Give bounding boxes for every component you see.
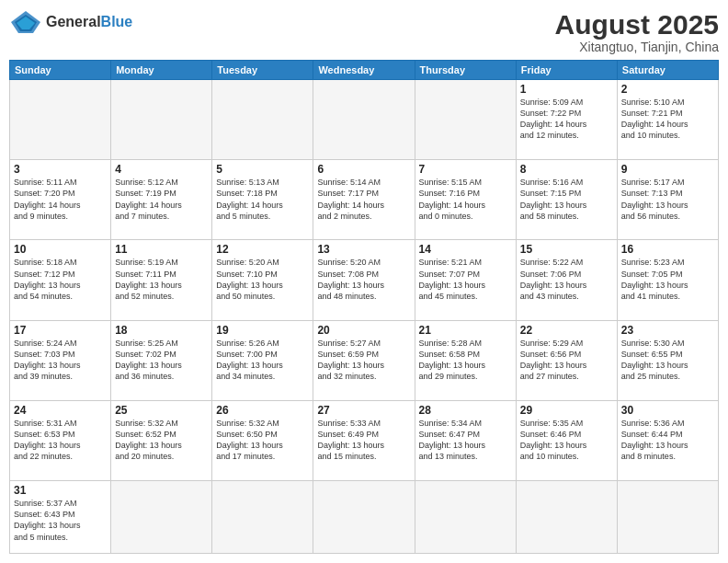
day-number: 30	[621, 404, 714, 417]
day-number: 10	[14, 243, 107, 256]
day-number: 16	[621, 243, 714, 256]
day-info: Sunrise: 5:37 AM Sunset: 6:43 PM Dayligh…	[14, 498, 107, 543]
day-number: 11	[115, 243, 208, 256]
day-number: 12	[216, 243, 309, 256]
header-monday: Monday	[111, 61, 212, 80]
day-number: 4	[115, 163, 208, 176]
day-number: 14	[419, 243, 512, 256]
day-info: Sunrise: 5:34 AM Sunset: 6:47 PM Dayligh…	[419, 418, 512, 463]
calendar-cell: 23Sunrise: 5:30 AM Sunset: 6:55 PM Dayli…	[617, 320, 718, 400]
day-number: 27	[317, 404, 410, 417]
calendar-cell: 4Sunrise: 5:12 AM Sunset: 7:19 PM Daylig…	[111, 160, 212, 240]
day-info: Sunrise: 5:10 AM Sunset: 7:21 PM Dayligh…	[621, 97, 714, 142]
calendar-cell: 22Sunrise: 5:29 AM Sunset: 6:56 PM Dayli…	[516, 320, 617, 400]
day-number: 17	[14, 324, 107, 337]
calendar-cell: 1Sunrise: 5:09 AM Sunset: 7:22 PM Daylig…	[516, 80, 617, 160]
day-info: Sunrise: 5:23 AM Sunset: 7:05 PM Dayligh…	[621, 257, 714, 302]
day-number: 23	[621, 324, 714, 337]
header-friday: Friday	[516, 61, 617, 80]
logo: GeneralBlue	[9, 9, 132, 35]
calendar-cell: 14Sunrise: 5:21 AM Sunset: 7:07 PM Dayli…	[415, 240, 516, 320]
calendar-table: Sunday Monday Tuesday Wednesday Thursday…	[9, 60, 719, 554]
title-section: August 2025 Xitangtuo, Tianjin, China	[555, 9, 719, 54]
day-info: Sunrise: 5:36 AM Sunset: 6:44 PM Dayligh…	[621, 418, 714, 463]
day-info: Sunrise: 5:20 AM Sunset: 7:08 PM Dayligh…	[317, 257, 410, 302]
calendar-cell	[516, 481, 617, 554]
calendar-cell	[313, 481, 415, 554]
day-number: 15	[520, 243, 613, 256]
calendar-cell: 13Sunrise: 5:20 AM Sunset: 7:08 PM Dayli…	[313, 240, 415, 320]
calendar-cell	[617, 481, 718, 554]
day-info: Sunrise: 5:28 AM Sunset: 6:58 PM Dayligh…	[419, 338, 512, 383]
calendar-cell	[10, 80, 111, 160]
calendar-cell: 5Sunrise: 5:13 AM Sunset: 7:18 PM Daylig…	[212, 160, 313, 240]
day-number: 31	[14, 484, 107, 497]
day-number: 25	[115, 404, 208, 417]
day-info: Sunrise: 5:19 AM Sunset: 7:11 PM Dayligh…	[115, 257, 208, 302]
day-info: Sunrise: 5:13 AM Sunset: 7:18 PM Dayligh…	[216, 177, 309, 222]
day-number: 9	[621, 163, 714, 176]
header-thursday: Thursday	[415, 61, 516, 80]
day-info: Sunrise: 5:14 AM Sunset: 7:17 PM Dayligh…	[317, 177, 410, 222]
day-info: Sunrise: 5:35 AM Sunset: 6:46 PM Dayligh…	[520, 418, 613, 463]
day-info: Sunrise: 5:27 AM Sunset: 6:59 PM Dayligh…	[317, 338, 410, 383]
day-number: 6	[317, 163, 410, 176]
day-info: Sunrise: 5:20 AM Sunset: 7:10 PM Dayligh…	[216, 257, 309, 302]
header-wednesday: Wednesday	[313, 61, 415, 80]
day-info: Sunrise: 5:21 AM Sunset: 7:07 PM Dayligh…	[419, 257, 512, 302]
day-info: Sunrise: 5:32 AM Sunset: 6:52 PM Dayligh…	[115, 418, 208, 463]
weekday-header-row: Sunday Monday Tuesday Wednesday Thursday…	[10, 61, 719, 80]
calendar-cell	[415, 80, 516, 160]
day-number: 22	[520, 324, 613, 337]
day-info: Sunrise: 5:22 AM Sunset: 7:06 PM Dayligh…	[520, 257, 613, 302]
header-tuesday: Tuesday	[212, 61, 313, 80]
calendar-cell	[415, 481, 516, 554]
day-info: Sunrise: 5:31 AM Sunset: 6:53 PM Dayligh…	[14, 418, 107, 463]
day-number: 3	[14, 163, 107, 176]
calendar-cell: 19Sunrise: 5:26 AM Sunset: 7:00 PM Dayli…	[212, 320, 313, 400]
day-info: Sunrise: 5:18 AM Sunset: 7:12 PM Dayligh…	[14, 257, 107, 302]
day-info: Sunrise: 5:16 AM Sunset: 7:15 PM Dayligh…	[520, 177, 613, 222]
calendar-cell	[212, 481, 313, 554]
calendar-cell: 24Sunrise: 5:31 AM Sunset: 6:53 PM Dayli…	[10, 400, 111, 480]
calendar-cell: 8Sunrise: 5:16 AM Sunset: 7:15 PM Daylig…	[516, 160, 617, 240]
logo-general: General	[46, 14, 101, 29]
day-info: Sunrise: 5:24 AM Sunset: 7:03 PM Dayligh…	[14, 338, 107, 383]
day-number: 7	[419, 163, 512, 176]
day-number: 5	[216, 163, 309, 176]
calendar-cell	[111, 481, 212, 554]
day-info: Sunrise: 5:33 AM Sunset: 6:49 PM Dayligh…	[317, 418, 410, 463]
calendar-cell: 18Sunrise: 5:25 AM Sunset: 7:02 PM Dayli…	[111, 320, 212, 400]
calendar-cell: 12Sunrise: 5:20 AM Sunset: 7:10 PM Dayli…	[212, 240, 313, 320]
calendar-cell	[313, 80, 415, 160]
calendar-cell: 10Sunrise: 5:18 AM Sunset: 7:12 PM Dayli…	[10, 240, 111, 320]
day-info: Sunrise: 5:17 AM Sunset: 7:13 PM Dayligh…	[621, 177, 714, 222]
month-title: August 2025	[555, 9, 719, 40]
calendar-cell: 11Sunrise: 5:19 AM Sunset: 7:11 PM Dayli…	[111, 240, 212, 320]
day-number: 19	[216, 324, 309, 337]
day-info: Sunrise: 5:25 AM Sunset: 7:02 PM Dayligh…	[115, 338, 208, 383]
logo-icon	[9, 9, 42, 35]
day-info: Sunrise: 5:12 AM Sunset: 7:19 PM Dayligh…	[115, 177, 208, 222]
calendar-cell: 9Sunrise: 5:17 AM Sunset: 7:13 PM Daylig…	[617, 160, 718, 240]
day-info: Sunrise: 5:29 AM Sunset: 6:56 PM Dayligh…	[520, 338, 613, 383]
day-info: Sunrise: 5:26 AM Sunset: 7:00 PM Dayligh…	[216, 338, 309, 383]
day-info: Sunrise: 5:32 AM Sunset: 6:50 PM Dayligh…	[216, 418, 309, 463]
calendar-cell: 30Sunrise: 5:36 AM Sunset: 6:44 PM Dayli…	[617, 400, 718, 480]
logo-blue: Blue	[101, 14, 133, 29]
header-saturday: Saturday	[617, 61, 718, 80]
calendar-cell: 21Sunrise: 5:28 AM Sunset: 6:58 PM Dayli…	[415, 320, 516, 400]
day-number: 28	[419, 404, 512, 417]
calendar-cell: 28Sunrise: 5:34 AM Sunset: 6:47 PM Dayli…	[415, 400, 516, 480]
calendar-cell: 29Sunrise: 5:35 AM Sunset: 6:46 PM Dayli…	[516, 400, 617, 480]
day-number: 1	[520, 83, 613, 96]
calendar-cell: 15Sunrise: 5:22 AM Sunset: 7:06 PM Dayli…	[516, 240, 617, 320]
calendar-cell: 20Sunrise: 5:27 AM Sunset: 6:59 PM Dayli…	[313, 320, 415, 400]
calendar-cell: 25Sunrise: 5:32 AM Sunset: 6:52 PM Dayli…	[111, 400, 212, 480]
calendar-cell: 17Sunrise: 5:24 AM Sunset: 7:03 PM Dayli…	[10, 320, 111, 400]
calendar-cell	[111, 80, 212, 160]
calendar-cell	[212, 80, 313, 160]
day-info: Sunrise: 5:15 AM Sunset: 7:16 PM Dayligh…	[419, 177, 512, 222]
day-info: Sunrise: 5:30 AM Sunset: 6:55 PM Dayligh…	[621, 338, 714, 383]
page: GeneralBlue August 2025 Xitangtuo, Tianj…	[0, 0, 728, 563]
